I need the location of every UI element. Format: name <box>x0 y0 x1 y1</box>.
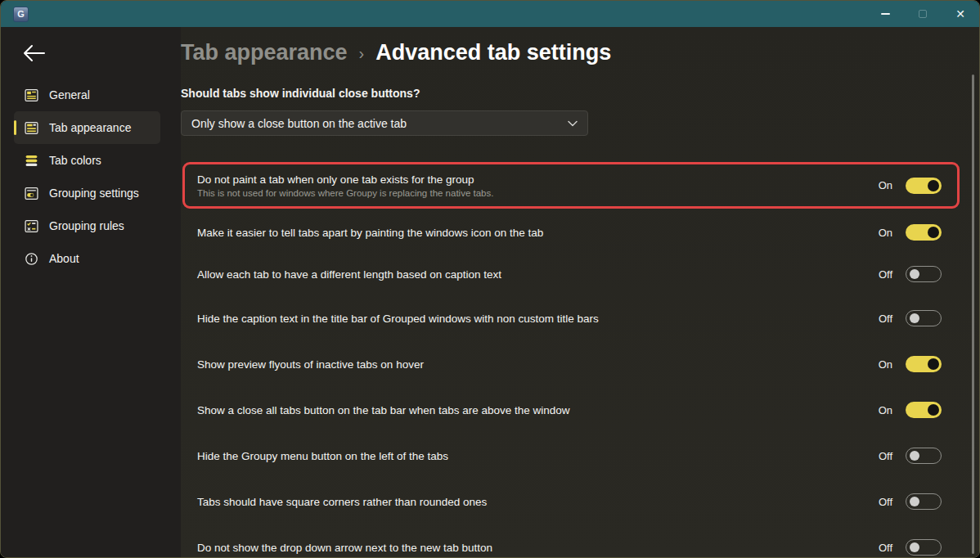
grouping-rules-icon <box>24 218 38 233</box>
vertical-scrollbar[interactable] <box>972 74 974 554</box>
titlebar[interactable]: G ✕ <box>1 1 979 27</box>
setting-control: On <box>879 402 942 418</box>
grouping-settings-icon <box>24 186 38 200</box>
setting-row: Tabs should have square corners rather t… <box>182 483 960 520</box>
toggle-state-label: Off <box>879 313 892 325</box>
toggle-switch[interactable] <box>906 178 942 194</box>
setting-row: Do not show the drop down arrow next to … <box>182 529 960 558</box>
toggle-knob <box>910 451 919 461</box>
setting-text: Tabs should have square corners rather t… <box>197 496 879 508</box>
setting-label: Hide the caption text in the title bar o… <box>197 313 879 325</box>
sidebar-item-about[interactable]: About <box>14 242 160 275</box>
close-button[interactable]: ✕ <box>942 1 979 27</box>
minimize-button[interactable] <box>866 1 904 27</box>
toggle-switch[interactable] <box>906 539 942 556</box>
toggle-knob <box>910 313 919 323</box>
minimize-icon <box>881 13 890 15</box>
maximize-icon <box>919 10 927 18</box>
selected-accent-bar <box>14 120 16 135</box>
setting-control: On <box>879 356 942 372</box>
toggle-knob <box>910 269 919 279</box>
setting-label: Hide the Groupy menu button on the left … <box>197 450 879 462</box>
sidebar: General Tab appearance <box>1 27 181 557</box>
setting-row: Hide the Groupy menu button on the left … <box>182 437 960 475</box>
window-controls: ✕ <box>866 1 979 27</box>
setting-label: Tabs should have square corners rather t… <box>197 496 879 508</box>
setting-control: Off <box>879 493 942 510</box>
toggle-knob <box>928 404 939 416</box>
setting-text: Allow each tab to have a different lengt… <box>197 268 879 281</box>
setting-row: Hide the caption text in the title bar o… <box>182 299 960 337</box>
toggle-switch[interactable] <box>906 493 942 510</box>
setting-text: Hide the Groupy menu button on the left … <box>197 450 879 462</box>
back-arrow-icon <box>22 43 45 63</box>
sidebar-item-label: Tab appearance <box>49 121 131 134</box>
sidebar-nav: General Tab appearance <box>1 79 181 275</box>
setting-text: Hide the caption text in the title bar o… <box>197 313 879 325</box>
tab-appearance-icon <box>24 120 38 135</box>
toggle-state-label: Off <box>879 450 892 462</box>
toggle-knob <box>928 180 939 191</box>
setting-row: Allow each tab to have a different lengt… <box>182 255 960 293</box>
toggle-state-label: On <box>879 358 892 371</box>
main-content: Tab appearance › Advanced tab settings S… <box>181 27 979 557</box>
setting-control: Off <box>879 310 942 326</box>
general-icon <box>24 88 38 102</box>
setting-text: Make it easier to tell tabs apart by pai… <box>197 227 879 239</box>
setting-text: Show preview flyouts of inactive tabs on… <box>197 358 879 371</box>
close-icon: ✕ <box>955 8 965 20</box>
sidebar-item-label: Grouping rules <box>49 219 124 232</box>
toggle-knob <box>910 497 919 506</box>
setting-label: Show a close all tabs button on the tab … <box>197 404 879 416</box>
toggle-switch[interactable] <box>906 356 942 372</box>
toggle-state-label: Off <box>879 496 892 508</box>
toggle-knob <box>928 358 939 370</box>
toggle-state-label: Off <box>879 542 892 554</box>
sidebar-item-general[interactable]: General <box>14 79 160 111</box>
setting-text: Show a close all tabs button on the tab … <box>197 404 879 416</box>
setting-row: Show a close all tabs button on the tab … <box>182 391 960 429</box>
setting-label: Allow each tab to have a different lengt… <box>197 268 879 281</box>
setting-label: Show preview flyouts of inactive tabs on… <box>197 358 879 371</box>
setting-text: Do not paint a tab when only one tab exi… <box>197 173 879 198</box>
setting-sublabel: This is not used for windows where Group… <box>197 188 879 198</box>
setting-control: On <box>879 224 942 241</box>
sidebar-item-label: About <box>49 252 79 265</box>
toggle-state-label: Off <box>879 268 892 281</box>
setting-control: On <box>879 178 942 194</box>
sidebar-item-label: Grouping settings <box>49 187 139 200</box>
groupy-app-icon: G <box>13 7 29 22</box>
info-icon <box>24 251 38 266</box>
toggle-switch[interactable] <box>906 448 942 464</box>
setting-control: Off <box>879 539 942 556</box>
toggle-state-label: On <box>879 227 892 239</box>
sidebar-item-tab-colors[interactable]: Tab colors <box>14 144 160 177</box>
maximize-button[interactable] <box>904 1 942 27</box>
toggle-switch[interactable] <box>906 310 942 326</box>
toggle-state-label: On <box>879 404 892 416</box>
toggle-knob <box>910 542 919 552</box>
setting-row: Do not paint a tab when only one tab exi… <box>182 162 960 209</box>
toggle-state-label: On <box>879 179 892 191</box>
sidebar-item-tab-appearance[interactable]: Tab appearance <box>14 111 160 144</box>
setting-row: Make it easier to tell tabs apart by pai… <box>182 214 960 251</box>
setting-label: Make it easier to tell tabs apart by pai… <box>197 227 879 239</box>
settings-rows: Do not paint a tab when only one tab exi… <box>182 27 960 557</box>
sidebar-item-grouping-settings[interactable]: Grouping settings <box>14 177 160 209</box>
tab-colors-icon <box>24 153 38 168</box>
sidebar-item-label: Tab colors <box>49 154 101 167</box>
setting-control: Off <box>879 266 942 282</box>
setting-label: Do not show the drop down arrow next to … <box>197 542 879 554</box>
toggle-switch[interactable] <box>906 266 942 282</box>
setting-control: Off <box>879 448 942 464</box>
setting-label: Do not paint a tab when only one tab exi… <box>197 173 879 186</box>
setting-text: Do not show the drop down arrow next to … <box>197 542 879 554</box>
sidebar-item-label: General <box>49 88 90 101</box>
groupy-settings-window: G ✕ <box>0 0 980 558</box>
setting-row: Show preview flyouts of inactive tabs on… <box>182 345 960 383</box>
back-button[interactable] <box>22 43 45 63</box>
toggle-switch[interactable] <box>906 224 942 241</box>
toggle-knob <box>928 227 939 238</box>
toggle-switch[interactable] <box>906 402 942 418</box>
sidebar-item-grouping-rules[interactable]: Grouping rules <box>14 209 160 242</box>
